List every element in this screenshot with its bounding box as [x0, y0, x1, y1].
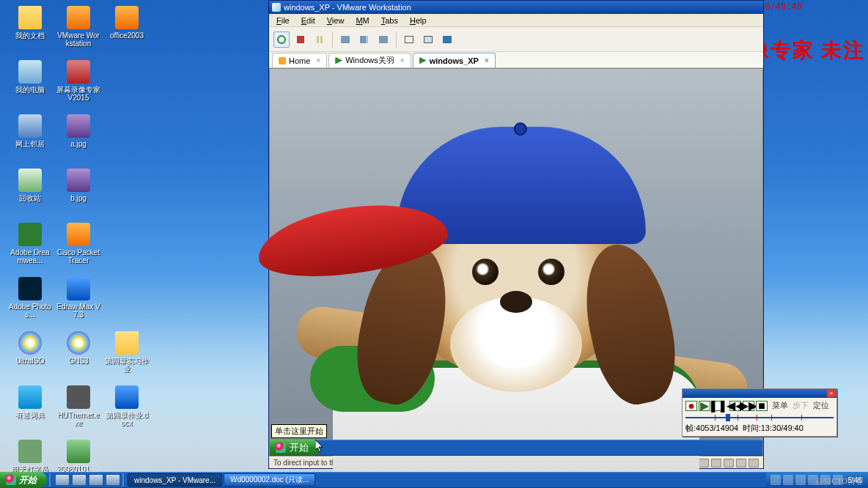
app-icon	[67, 169, 90, 192]
app-icon	[18, 223, 42, 246]
quicklaunch-desktop-icon[interactable]	[72, 474, 87, 486]
icon-label: Adobe Photos...	[8, 303, 52, 319]
icon-label: HUThernet.exe	[56, 411, 100, 427]
icon-label: a.jpg	[70, 140, 87, 148]
recorder-close-button[interactable]: ×	[827, 390, 836, 397]
desktop-icon[interactable]: b.jpg	[54, 167, 103, 218]
desktop-icon[interactable]: Adobe Dreamwea...	[6, 221, 54, 273]
vm-tab[interactable]: windows_XP×	[413, 53, 496, 67]
device-sound-icon[interactable]	[724, 459, 734, 467]
suspend-button[interactable]	[312, 32, 328, 48]
icon-label: 我的文档	[15, 32, 45, 40]
menu-tabs[interactable]: Tabs	[375, 16, 404, 25]
vm-running-icon	[419, 57, 427, 64]
icon-label: 第四章作业.docx	[105, 411, 149, 427]
recorder-slider[interactable]	[685, 414, 834, 421]
device-usb-icon[interactable]	[711, 459, 721, 467]
desktop-icon[interactable]: 有道词典	[6, 384, 54, 435]
app-icon	[115, 385, 139, 409]
tray-icon[interactable]	[770, 475, 781, 485]
snapshot-button[interactable]	[337, 32, 353, 48]
icon-label: GNS3	[68, 357, 88, 365]
desktop-icon[interactable]: Cisco Packet Tracer	[54, 221, 103, 273]
guest-start-tooltip: 单击这里开始	[271, 424, 327, 438]
desktop-icon[interactable]: 回收站	[6, 167, 54, 218]
tray-icon[interactable]	[783, 475, 793, 485]
icon-label: 有道词典	[15, 411, 45, 419]
host-start-button[interactable]: 开始	[0, 472, 47, 488]
recorder-step-button[interactable]: 步下	[792, 400, 809, 411]
desktop-icon[interactable]: 屏幕录像专家 V2015	[54, 59, 103, 110]
desktop-icon[interactable]: GNS3	[54, 330, 103, 381]
vmware-title-text: windows_XP - VMware Workstation	[284, 3, 411, 12]
vmware-titlebar[interactable]: windows_XP - VMware Workstation	[269, 1, 763, 14]
menu-edit[interactable]: Edit	[295, 16, 321, 25]
quicklaunch-app-icon[interactable]	[89, 474, 103, 486]
recorder-menu-button[interactable]: 菜单	[772, 400, 788, 411]
icon-label: office2003	[110, 32, 144, 40]
app-icon	[67, 223, 90, 246]
vm-running-icon	[335, 57, 342, 64]
tab-close-icon[interactable]: ×	[316, 56, 320, 64]
app-icon	[67, 60, 90, 84]
recorder-pause-button[interactable]: ❚❚	[712, 401, 724, 411]
tab-close-icon[interactable]: ×	[400, 56, 405, 64]
taskbar-task-button[interactable]: Wd0000002.doc (只读...	[224, 473, 315, 487]
host-taskbar[interactable]: 开始 windows_XP - VMware...Wd0000002.doc (…	[0, 472, 868, 488]
icon-label: Adobe Dreamwea...	[8, 248, 52, 265]
desktop-icon[interactable]: VMware Workstation	[54, 4, 103, 56]
desktop-icon[interactable]: a.jpg	[54, 113, 103, 164]
snapshot-manager-button[interactable]	[356, 32, 372, 48]
device-printer-icon[interactable]	[736, 459, 746, 467]
recorder-stop-button[interactable]: ■	[756, 401, 768, 411]
recorder-control-panel[interactable]: × ● ▶ ❚❚ ◀◀ ▶▶ ■ 菜单 步下 定位	[682, 388, 837, 437]
revert-button[interactable]	[375, 32, 391, 48]
device-display-icon[interactable]	[749, 459, 759, 467]
quicklaunch-app-icon[interactable]	[106, 474, 120, 486]
app-icon	[18, 331, 42, 355]
app-icon	[18, 440, 42, 463]
guest-start-button[interactable]: 开始	[270, 440, 320, 456]
desktop-icon[interactable]: 我的电脑	[6, 59, 54, 110]
device-network-icon[interactable]	[699, 459, 709, 467]
app-icon	[67, 331, 90, 355]
desktop-icon[interactable]: HUThernet.exe	[54, 384, 103, 435]
vm-tab[interactable]: Windows关羽×	[328, 53, 411, 67]
desktop-icon[interactable]: 网上邻居	[6, 113, 54, 164]
taskbar-task-button[interactable]: windows_XP - VMware...	[128, 473, 222, 487]
menu-file[interactable]: File	[271, 16, 295, 25]
recorder-locate-button[interactable]: 定位	[813, 400, 829, 411]
desktop-icon[interactable]: 第四章作业.docx	[103, 384, 151, 435]
recorder-record-button[interactable]: ●	[685, 401, 697, 411]
desktop-icon[interactable]: UltraISO	[6, 330, 54, 381]
app-icon	[115, 331, 139, 355]
guest-taskbar[interactable]: 开始	[270, 440, 762, 456]
app-icon	[18, 277, 42, 300]
app-icon	[67, 385, 90, 409]
app-icon	[18, 114, 42, 138]
tray-icon[interactable]	[795, 475, 806, 485]
app-icon	[67, 6, 90, 29]
recorder-next-button[interactable]: ▶▶	[743, 401, 754, 411]
desktop-icon[interactable]: 第四章实习作业	[103, 330, 151, 381]
quicklaunch-ie-icon[interactable]	[55, 474, 70, 486]
page-watermark: @51CTO博客	[816, 476, 864, 487]
menu-vm[interactable]: MM	[350, 16, 375, 25]
vmware-menubar: FileEditViewMMTabsHelp	[269, 14, 763, 27]
console-view-button[interactable]	[439, 32, 455, 48]
fullscreen-button[interactable]	[401, 32, 417, 48]
power-on-button[interactable]	[273, 32, 290, 48]
menu-view[interactable]: View	[321, 16, 350, 25]
desktop-icon[interactable]: Adobe Photos...	[6, 276, 54, 327]
recorder-titlebar[interactable]: ×	[683, 389, 836, 398]
unity-button[interactable]	[420, 32, 436, 48]
tab-close-icon[interactable]: ×	[485, 56, 489, 64]
vm-tab[interactable]: Home×	[272, 53, 327, 67]
power-off-button[interactable]	[293, 32, 309, 48]
desktop-icon[interactable]: Edraw Max V7.3	[54, 276, 103, 327]
tab-label: windows_XP	[430, 56, 479, 65]
app-icon	[67, 277, 90, 300]
desktop-icon[interactable]: office2003	[103, 4, 151, 56]
menu-help[interactable]: Help	[404, 16, 433, 25]
desktop-icon[interactable]: 我的文档	[6, 4, 54, 56]
